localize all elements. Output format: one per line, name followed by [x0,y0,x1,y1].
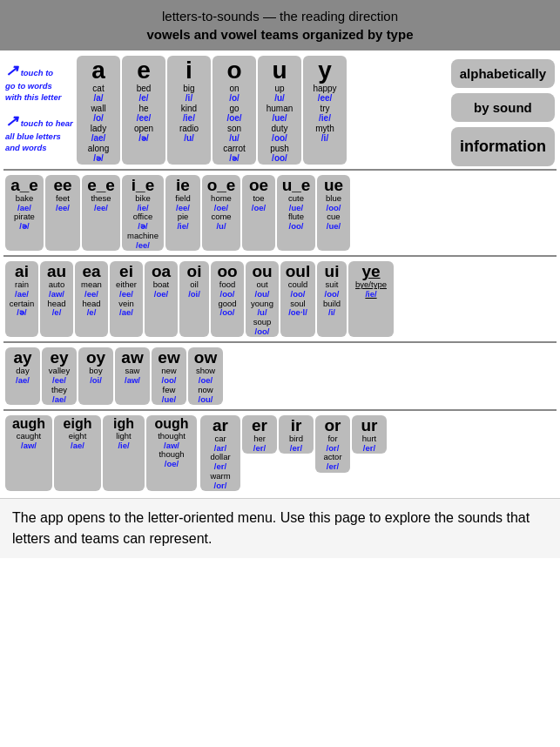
team-tile-augh[interactable]: augh caught/aw/ [5,415,52,491]
team-tile-ei[interactable]: ei either/ee/ vein/ae/ [110,261,143,337]
team-tile-e_e[interactable]: e_e these/ee/ [82,175,120,251]
right-buttons: alphabetically by sound information [451,56,555,166]
team-tile-u_e[interactable]: u_e cute/ue/ flute/oo/ [277,175,315,251]
team-tile-ai[interactable]: ai rain/ae/ certain/ə/ [5,261,38,337]
team-tile-oy[interactable]: oy boy/oi/ [78,347,113,405]
page-header: letters-to-sounds — the reading directio… [0,0,560,50]
header-line1: letters-to-sounds — the reading directio… [3,7,557,25]
team-tile-ee[interactable]: ee feet/ee/ [45,175,80,251]
team-tile-ough[interactable]: ough thought/aw/ though/oe/ [146,415,197,491]
team-tile-or[interactable]: or for/or/ actor/er/ [315,415,350,473]
team-tile-a_e[interactable]: a_e bake/ae/ pirate/ə/ [5,175,44,251]
team-tile-er[interactable]: er her/er/ [242,415,277,454]
team-tile-ui[interactable]: ui suit/oo/ build/i/ [317,261,347,337]
teams-row-5: ar car/ar/ dollar/er/ warm/or/ er her/er… [200,415,387,491]
team-tile-oul[interactable]: oul could/oo/ soul/oe·l/ [280,261,315,337]
team-tile-ye[interactable]: ye bye/type/ie/ [348,261,394,337]
vowel-tile-u[interactable]: u up /u/ human /ue/ duty /oo/ push /oo/ [258,56,301,165]
team-tile-ey[interactable]: ey valley/ee/ they/ae/ [42,347,77,405]
team-tile-ie[interactable]: ie field/ee/ pie/ie/ [165,175,200,251]
touch-note-1: ↗ touch togo to wordswith this letter [5,61,61,103]
vowel-tile-o[interactable]: o on /o/ go /oe/ son /u/ carrot /ə/ [213,56,256,165]
teams-row-2: ai rain/ae/ certain/ə/ au auto/aw/ head/… [3,259,557,339]
teams-row-3: ay day/ae/ ey valley/ee/ they/ae/ oy boy… [3,346,557,407]
vowel-tile-i[interactable]: i big /i/ kind /ie/ radio /u/ [167,56,211,165]
team-tile-au[interactable]: au auto/aw/ head/e/ [40,261,73,337]
information-button[interactable]: information [451,127,555,166]
team-tile-i_e[interactable]: i_e bike/ie/ office/ə/ machine/ee/ [122,175,164,251]
team-tile-oi[interactable]: oi oil/oi/ [179,261,209,337]
team-tile-ow[interactable]: ow show/oe/ now/ou/ [188,347,223,405]
team-tile-ue[interactable]: ue blue/oo/ cue/ue/ [317,175,350,251]
team-tile-ir[interactable]: ir bird/er/ [279,415,314,454]
header-line2: vowels and vowel teams organized by type [3,25,557,44]
team-tile-ou[interactable]: ou out/ou/ young/u/ soup/oo/ [246,261,279,337]
vowel-tile-y[interactable]: y happy /ee/ try /ie/ myth /i/ [303,56,347,165]
team-tile-ur[interactable]: ur hurt/er/ [352,415,387,454]
bottom-text: The app opens to the letter-oriented men… [12,510,530,546]
team-tile-eigh[interactable]: eigh eight/ae/ [54,415,101,491]
vowel-tile-a[interactable]: a cat /a/ wall /o/ lady /ae/ along /ə/ [77,56,120,165]
team-tile-ea[interactable]: ea mean/ee/ head/e/ [75,261,108,337]
team-tile-ew[interactable]: ew new/oo/ few/ue/ [152,347,186,405]
teams-row-4: augh caught/aw/ eigh eight/ae/ igh light… [5,415,197,491]
by-sound-button[interactable]: by sound [451,93,555,122]
team-tile-ay[interactable]: ay day/ae/ [5,347,40,405]
team-tile-oo[interactable]: oo food/oo/ good/oo/ [211,261,244,337]
team-tile-oe[interactable]: oe toe/oe/ [242,175,275,251]
team-tile-o_e[interactable]: o_e home/oe/ come/u/ [202,175,240,251]
bottom-bar: The app opens to the letter-oriented men… [0,498,560,558]
team-tile-oa[interactable]: oa boat/oe/ [145,261,178,337]
touch-note-2: ↗ touch to hearall blue lettersand words [5,111,73,153]
team-tile-ar[interactable]: ar car/ar/ dollar/er/ warm/or/ [200,415,240,491]
arrow-icon-2: ↗ [5,112,18,130]
teams-row-1: a_e bake/ae/ pirate/ə/ ee feet/ee/ e_e t… [3,173,557,252]
alphabetically-button[interactable]: alphabetically [451,59,555,88]
team-tile-aw[interactable]: aw saw/aw/ [115,347,150,405]
vowel-tiles: a cat /a/ wall /o/ lady /ae/ along /ə/ e… [77,56,446,165]
team-tile-igh[interactable]: igh light/ie/ [103,415,145,491]
arrow-icon-1: ↗ [5,62,18,79]
vowel-tile-e[interactable]: e bed /e/ he /ee/ open /ə/ [122,56,165,165]
